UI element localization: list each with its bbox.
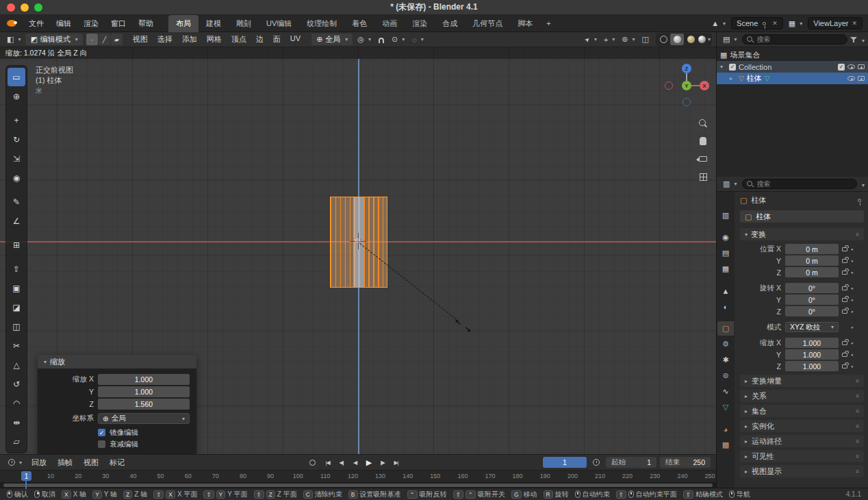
properties-tab-view-layer[interactable]: ▦ (717, 262, 734, 276)
lock-icon[interactable] (842, 364, 847, 368)
fullscreen-button[interactable] (34, 3, 42, 12)
panel-grip-icon[interactable]: ≡ (856, 408, 859, 414)
timeline-menu[interactable]: 标记 (104, 456, 130, 469)
properties-tab-scene[interactable]: ▲ (717, 284, 734, 298)
properties-tab-physics[interactable]: ⊚ (717, 368, 734, 383)
workspace-tab[interactable]: 几何节点 (465, 15, 510, 32)
tool-move[interactable]: + (8, 111, 25, 129)
shading-rendered-button[interactable] (698, 34, 711, 45)
operator-checkbox[interactable]: 衰减编辑 (98, 438, 190, 450)
pivot-point-button[interactable]: ◎ (355, 34, 374, 45)
exclude-checkbox[interactable]: ✓ (838, 64, 845, 71)
filter-icon[interactable] (850, 36, 857, 43)
tool-spin[interactable]: ↺ (8, 375, 25, 393)
snap-settings-button[interactable]: ⊙ (389, 34, 407, 45)
menu-item[interactable]: 帮助 (132, 16, 159, 31)
timeline-editor-type-button[interactable] (5, 458, 25, 467)
keyframe-dot[interactable]: ● (851, 259, 854, 263)
jump-to-end-button[interactable]: ▶| (390, 457, 402, 468)
viewport-pan-button[interactable] (695, 134, 711, 149)
value-field[interactable]: 1.000 (785, 361, 839, 371)
outliner-editor-type-button[interactable]: ▤ (720, 34, 739, 45)
properties-tab-constraints[interactable]: ∿ (717, 384, 734, 399)
pin-icon[interactable] (858, 199, 861, 202)
add-workspace-button[interactable]: + (540, 15, 557, 32)
lock-icon[interactable] (842, 247, 847, 251)
chevron-right-icon[interactable]: ▸ (730, 75, 736, 82)
panel-grip-icon[interactable]: ≡ (856, 453, 859, 460)
keyframe-dot[interactable]: ● (851, 364, 854, 368)
tool-select-box[interactable]: ▭ (8, 68, 25, 86)
transform-orientation-dropdown[interactable]: ⊕ 全局 (311, 34, 353, 45)
panel-grip-icon[interactable]: ≡ (856, 468, 859, 475)
lock-icon[interactable] (842, 286, 847, 290)
panel-section[interactable]: ▸可见性≡ (740, 450, 864, 462)
proportional-edit-button[interactable]: ◌ (409, 34, 426, 45)
outliner-options-button[interactable] (860, 36, 865, 44)
current-frame-marker[interactable]: 1 (21, 471, 31, 481)
panel-grip-icon[interactable]: ≡ (856, 423, 859, 429)
keyframe-dot[interactable]: ● (851, 271, 854, 275)
menu-item[interactable]: 文件 (23, 16, 50, 31)
properties-tab-particles[interactable]: ✱ (717, 353, 734, 367)
frame-ruler[interactable]: 1 10203040506070809010011012013014015016… (0, 470, 716, 482)
workspace-tab[interactable]: 着色 (344, 15, 374, 32)
timeline-menu[interactable]: 插帧 (52, 456, 78, 469)
tool-knife[interactable]: ✂ (8, 336, 25, 355)
object-name-field[interactable]: ▢ 柱体 (740, 210, 864, 223)
viewlayer-browse-button[interactable]: ▦ (786, 18, 805, 29)
value-field[interactable]: 0 m (785, 244, 839, 254)
gizmo-neg-z-axis[interactable] (682, 98, 691, 106)
play-button[interactable]: ▶ (363, 457, 374, 468)
lock-icon[interactable] (842, 271, 847, 275)
viewport-menu[interactable]: 选择 (153, 33, 177, 46)
breadcrumb-object[interactable]: 柱体 (751, 195, 766, 205)
panel-grip-icon[interactable]: ≡ (856, 231, 859, 238)
value-field[interactable]: 0° (785, 283, 839, 293)
workspace-tab[interactable]: 纹理绘制 (299, 15, 344, 32)
workspace-tab[interactable]: UV编辑 (259, 15, 299, 32)
properties-tab-modifiers[interactable]: ⚙ (717, 337, 734, 351)
tool-loop-cut[interactable]: ◫ (8, 317, 25, 336)
frame-end-field[interactable]: 结束 250 (660, 457, 711, 468)
panel-section[interactable]: ▸变换增量≡ (740, 375, 864, 387)
menu-item[interactable]: 窗口 (105, 16, 132, 31)
face-select-button[interactable]: ▰ (111, 34, 123, 45)
gizmo-x-axis[interactable]: X (700, 81, 709, 90)
auto-keying-toggle[interactable] (308, 457, 320, 468)
panel-grip-icon[interactable]: ≡ (856, 438, 859, 445)
tool-rotate[interactable]: ↻ (8, 130, 25, 149)
tool-bevel[interactable]: ◪ (8, 298, 25, 316)
object-row[interactable]: ▸ ▽ 柱体 ▽ (717, 73, 868, 84)
properties-tab-object[interactable]: ▢ (717, 321, 734, 336)
operator-number-field[interactable]: 1.000 (98, 386, 190, 397)
workspace-tab[interactable]: 雕刻 (229, 15, 259, 32)
scene-browse-button[interactable]: ▲ (709, 18, 728, 29)
keyframe-dot[interactable]: ● (851, 325, 854, 329)
workspace-tab[interactable]: 布局 (168, 15, 199, 32)
viewport-menu[interactable]: 视图 (128, 33, 153, 46)
workspace-tab[interactable]: 渲染 (405, 15, 435, 32)
eye-icon[interactable] (847, 64, 855, 69)
lock-icon[interactable] (842, 259, 847, 263)
camera-icon[interactable] (858, 64, 865, 69)
checkbox[interactable] (98, 440, 105, 448)
value-field[interactable]: 1.000 (785, 338, 839, 348)
tool-measure[interactable]: ∠ (8, 212, 25, 230)
tool-shear[interactable]: ▱ (8, 432, 25, 451)
unlink-scene-icon[interactable]: ✕ (772, 20, 778, 27)
mode-selector[interactable]: ◩ 编辑模式 (25, 34, 82, 45)
viewport-zoom-button[interactable] (695, 116, 711, 131)
operator-number-field[interactable]: 1.000 (98, 374, 190, 385)
panel-section[interactable]: ▸关系≡ (740, 390, 864, 402)
workspace-tab[interactable]: 脚本 (510, 15, 540, 32)
value-field[interactable]: 0° (785, 306, 839, 316)
viewport-canvas[interactable]: ↖ ↘ 缩放: 1.0274 沿 全局 Z 向 正交前视图 (1) 柱体 米 ▭… (0, 47, 716, 454)
panel-grip-icon[interactable]: ≡ (856, 392, 859, 399)
tool-edge-slide[interactable]: ⇹ (8, 413, 25, 432)
close-button[interactable] (7, 3, 15, 12)
selectability-dropdown[interactable]: ➤ (582, 35, 600, 45)
keyframe-dot[interactable]: ● (851, 298, 854, 302)
viewport-menu[interactable]: UV (285, 33, 305, 46)
lock-icon[interactable] (842, 341, 847, 345)
